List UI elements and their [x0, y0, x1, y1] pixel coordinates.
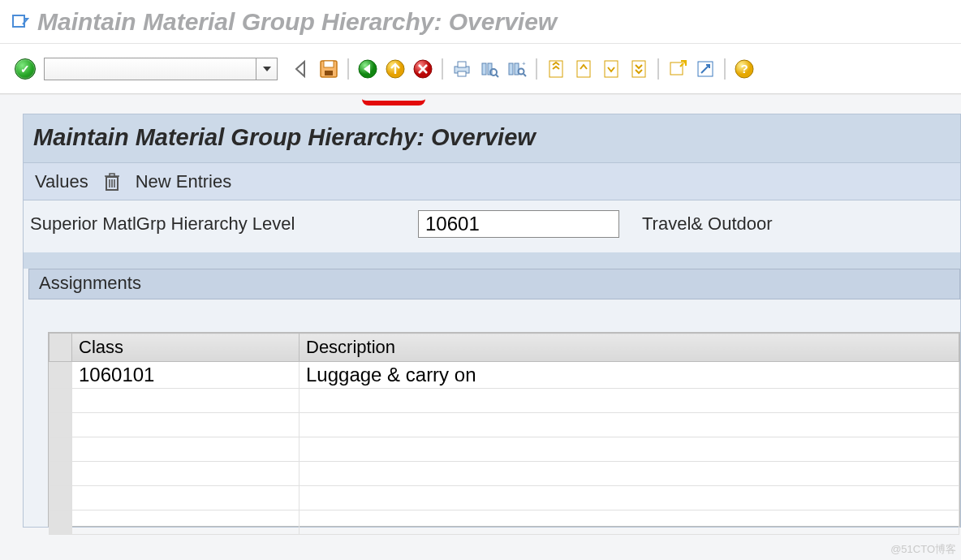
table-row[interactable]: 1060101Luggage & carry on	[50, 362, 959, 389]
cell-desc[interactable]	[300, 413, 959, 437]
cell-class[interactable]	[72, 437, 300, 462]
svg-rect-21	[605, 61, 618, 77]
table-row[interactable]	[50, 462, 959, 486]
new-entries-button[interactable]: New Entries	[136, 171, 232, 192]
superior-level-desc: Travel& Outdoor	[642, 213, 773, 235]
cell-desc[interactable]	[300, 437, 959, 462]
back-circle-icon[interactable]	[356, 57, 380, 81]
toolbar-separator	[657, 58, 659, 80]
command-field[interactable]	[44, 58, 278, 80]
table-row[interactable]	[50, 510, 959, 535]
svg-text:+: +	[522, 60, 526, 67]
cell-desc[interactable]: Luggage & carry on	[300, 362, 959, 389]
svg-rect-14	[509, 63, 513, 75]
main-panel: Maintain Material Group Hierarchy: Overv…	[23, 114, 961, 528]
cell-class[interactable]	[72, 510, 300, 535]
column-description[interactable]: Description	[300, 334, 959, 362]
row-selector[interactable]	[50, 362, 72, 389]
assignments-table: Class Description 1060101Luggage & carry…	[49, 333, 959, 535]
find-icon[interactable]	[477, 57, 502, 81]
cell-class[interactable]: 1060101	[72, 362, 300, 389]
toolbar-separator	[347, 58, 349, 80]
panel-title: Maintain Material Group Hierarchy: Overv…	[24, 114, 960, 162]
help-icon[interactable]: ?	[732, 57, 756, 81]
table-row[interactable]	[50, 437, 959, 462]
row-selector[interactable]	[50, 437, 72, 462]
column-class[interactable]: Class	[72, 334, 300, 362]
cell-desc[interactable]	[300, 462, 959, 486]
watermark: @51CTO博客	[890, 542, 956, 557]
cancel-circle-icon[interactable]	[411, 57, 435, 81]
svg-rect-10	[482, 63, 486, 75]
window-menu-icon[interactable]	[11, 13, 29, 31]
command-input[interactable]	[45, 58, 256, 80]
next-page-icon[interactable]	[599, 57, 623, 81]
cell-class[interactable]	[72, 486, 300, 510]
table-selector-header[interactable]	[50, 334, 72, 362]
window-title: Maintain Material Group Hierarchy: Overv…	[37, 8, 557, 36]
cell-desc[interactable]	[300, 510, 959, 535]
annotation-red-underline	[362, 99, 425, 106]
first-page-icon[interactable]	[544, 57, 568, 81]
toolbar-separator	[442, 58, 443, 80]
svg-rect-20	[577, 61, 590, 77]
svg-rect-0	[13, 15, 24, 27]
row-selector[interactable]	[50, 510, 72, 535]
assignments-header: Assignments	[28, 269, 960, 299]
cell-desc[interactable]	[300, 389, 959, 413]
table-row[interactable]	[50, 486, 959, 510]
window-titlebar: Maintain Material Group Hierarchy: Overv…	[0, 0, 961, 44]
command-dropdown-icon[interactable]	[256, 58, 277, 80]
svg-rect-23	[670, 62, 683, 75]
svg-text:?: ?	[740, 62, 748, 75]
svg-rect-9	[458, 71, 466, 76]
svg-rect-3	[325, 71, 333, 75]
row-selector[interactable]	[50, 486, 72, 510]
cell-class[interactable]	[72, 413, 300, 437]
cell-class[interactable]	[72, 389, 300, 413]
superior-level-label: Superior MatlGrp Hierarchy Level	[30, 213, 410, 235]
table-row[interactable]	[50, 413, 959, 437]
superior-level-input[interactable]	[418, 210, 619, 238]
exit-circle-icon[interactable]	[383, 57, 407, 81]
main-toolbar: + ?	[0, 44, 961, 94]
panel-subtoolbar: Values New Entries	[24, 162, 960, 200]
toolbar-separator	[536, 58, 537, 80]
new-session-icon[interactable]	[666, 57, 690, 81]
back-outline-icon[interactable]	[289, 57, 313, 81]
svg-rect-8	[458, 62, 466, 67]
svg-point-16	[519, 68, 524, 74]
save-icon[interactable]	[317, 57, 341, 81]
superior-level-row: Superior MatlGrp Hierarchy Level Travel&…	[24, 200, 960, 252]
shortcut-icon[interactable]	[693, 57, 718, 81]
svg-line-13	[496, 75, 498, 77]
find-next-icon[interactable]: +	[505, 57, 529, 81]
row-selector[interactable]	[50, 462, 72, 486]
row-selector[interactable]	[50, 389, 72, 413]
svg-rect-2	[324, 61, 334, 67]
delete-icon[interactable]	[103, 171, 121, 192]
enter-ok-icon[interactable]	[15, 58, 36, 80]
row-selector[interactable]	[50, 413, 72, 437]
last-page-icon[interactable]	[627, 57, 651, 81]
svg-point-24	[683, 62, 685, 64]
table-row[interactable]	[50, 389, 959, 413]
toolbar-separator	[724, 58, 726, 80]
values-button[interactable]: Values	[35, 171, 88, 192]
cell-class[interactable]	[72, 462, 300, 486]
assignments-table-wrap: Class Description 1060101Luggage & carry…	[48, 332, 960, 527]
cell-desc[interactable]	[300, 486, 959, 510]
prev-page-icon[interactable]	[571, 57, 596, 81]
print-icon[interactable]	[450, 57, 474, 81]
svg-line-17	[524, 74, 526, 76]
